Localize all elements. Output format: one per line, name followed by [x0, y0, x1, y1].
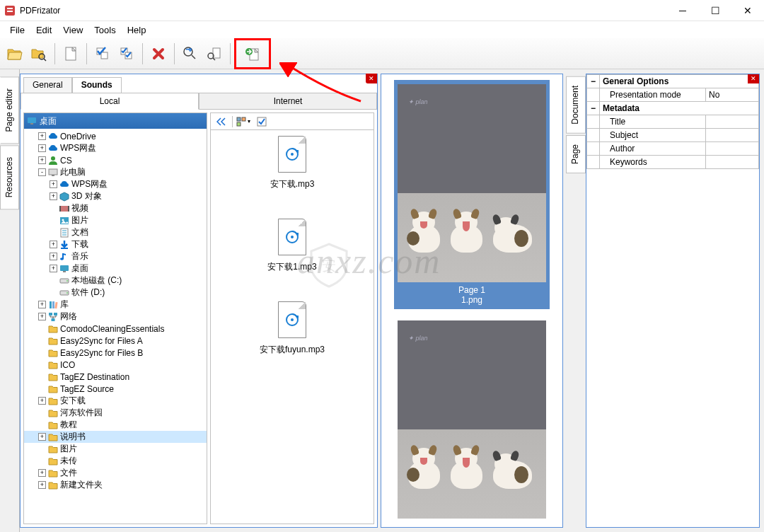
tree-item[interactable]: 未传: [24, 455, 207, 467]
tree-item[interactable]: +3D 对象: [24, 190, 207, 202]
tree-item[interactable]: ICO: [24, 359, 207, 371]
section-toggle[interactable]: −: [587, 102, 600, 115]
delete-button[interactable]: [146, 41, 170, 66]
prop-value[interactable]: [706, 142, 759, 156]
tree-item[interactable]: +文件: [24, 467, 207, 479]
tree-item[interactable]: +新建文件夹: [24, 479, 207, 491]
tree-item[interactable]: ComodoCleaningEssentials: [24, 323, 207, 335]
tree-item[interactable]: +音乐: [24, 250, 207, 262]
zoom-reset-button[interactable]: [178, 41, 202, 66]
tree-item[interactable]: TagEZ Source: [24, 383, 207, 395]
page-thumbnail[interactable]: ✦ plan Page 1 1.png: [394, 80, 550, 309]
tab-document[interactable]: Document: [566, 76, 586, 134]
tree-item[interactable]: +OneDrive: [24, 130, 207, 142]
tree-item[interactable]: Easy2Sync for Files B: [24, 347, 207, 359]
panel-close-button[interactable]: ✕: [366, 74, 377, 83]
maximize-button[interactable]: ☐: [699, 0, 731, 21]
menu-tools[interactable]: Tools: [88, 23, 121, 37]
folder-tree[interactable]: +OneDrive+WPS网盘+CS-此电脑+WPS网盘+3D 对象视频图片文档…: [24, 129, 207, 524]
tab-page[interactable]: Page: [566, 135, 586, 173]
tree-item[interactable]: +说明书: [24, 431, 207, 443]
tree-expand-toggle[interactable]: +: [38, 156, 46, 164]
tree-item[interactable]: +WPS网盘: [24, 142, 207, 154]
tree-expand-toggle[interactable]: +: [50, 180, 57, 188]
tab-sounds[interactable]: Sounds: [72, 77, 122, 93]
tree-item[interactable]: 图片: [24, 214, 207, 226]
tree-item[interactable]: TagEZ Destination: [24, 371, 207, 383]
tree-expand-toggle[interactable]: +: [38, 301, 46, 308]
file-item[interactable]: 安下载.mp3: [270, 136, 315, 190]
new-page-button[interactable]: [59, 41, 83, 66]
tree-expand-toggle[interactable]: +: [38, 144, 46, 152]
tree-item[interactable]: 图片: [24, 443, 207, 455]
prop-value[interactable]: [706, 115, 759, 129]
highlighted-toolbar-group: [234, 38, 271, 69]
tree-item[interactable]: Easy2Sync for Files A: [24, 335, 207, 347]
prop-value[interactable]: No: [706, 88, 759, 102]
export-button[interactable]: [241, 41, 265, 66]
tree-header: 桌面: [24, 113, 207, 129]
view-mode-button[interactable]: ▾: [236, 115, 251, 129]
collapse-button[interactable]: [214, 115, 229, 129]
file-item[interactable]: 安下载fuyun.mp3: [260, 301, 325, 356]
page-thumbnail[interactable]: ✦ plan: [394, 320, 550, 519]
tree-expand-toggle: [38, 385, 46, 393]
tree-item[interactable]: +安下载: [24, 395, 207, 407]
section-toggle[interactable]: −: [587, 75, 600, 88]
tree-item-label: 未传: [60, 455, 77, 467]
tree-expand-toggle[interactable]: +: [38, 397, 46, 405]
tree-item[interactable]: 文档: [24, 226, 207, 238]
tree-expand-toggle[interactable]: +: [38, 132, 46, 140]
subtab-local[interactable]: Local: [21, 93, 199, 110]
tree-expand-toggle[interactable]: +: [38, 433, 46, 441]
tree-item[interactable]: +下载: [24, 238, 207, 250]
tree-expand-toggle[interactable]: +: [38, 481, 46, 489]
tree-item[interactable]: +网络: [24, 311, 207, 323]
tree-item[interactable]: 软件 (D:): [24, 287, 207, 299]
file-list[interactable]: 安下载.mp3安下载1.mp3安下载fuyun.mp3: [211, 130, 374, 524]
tab-resources[interactable]: Resources: [0, 145, 19, 209]
tree-expand-toggle[interactable]: +: [38, 313, 46, 320]
tree-item[interactable]: 视频: [24, 202, 207, 214]
tab-page-editor[interactable]: Page editor: [0, 76, 19, 144]
tree-expand-toggle[interactable]: +: [38, 469, 46, 477]
prop-value[interactable]: [706, 156, 759, 169]
check-button[interactable]: [91, 41, 115, 66]
tree-item[interactable]: 河东软件园: [24, 407, 207, 419]
tree-expand-toggle[interactable]: -: [38, 168, 46, 176]
tree-item[interactable]: +桌面: [24, 262, 207, 274]
svg-point-36: [66, 280, 68, 282]
svg-rect-44: [52, 318, 55, 321]
open-folder-button[interactable]: [3, 41, 27, 66]
tree-item[interactable]: 本地磁盘 (C:): [24, 274, 207, 287]
search-folder-button[interactable]: [27, 41, 51, 66]
prop-value[interactable]: [706, 129, 759, 142]
tree-expand-toggle[interactable]: +: [50, 192, 57, 200]
tree-expand-toggle[interactable]: +: [50, 241, 57, 248]
folder-icon: [47, 468, 59, 479]
minimize-button[interactable]: ─: [666, 0, 699, 21]
tree-item[interactable]: -此电脑: [24, 166, 207, 178]
tree-item[interactable]: 教程: [24, 419, 207, 431]
menu-help[interactable]: Help: [122, 23, 152, 37]
tree-item-label: Easy2Sync for Files A: [60, 336, 143, 346]
check-all-button[interactable]: [115, 41, 139, 66]
close-button[interactable]: ✕: [731, 0, 764, 21]
tree-item[interactable]: +WPS网盘: [24, 178, 207, 190]
menu-view[interactable]: View: [57, 23, 88, 37]
tree-item[interactable]: +CS: [24, 154, 207, 166]
menu-file[interactable]: File: [4, 23, 30, 37]
page-thumbnails-panel[interactable]: ✦ plan Page 1 1.png✦ plan: [381, 74, 563, 528]
folder-icon: [47, 359, 59, 371]
zoom-page-button[interactable]: [202, 41, 226, 66]
menu-edit[interactable]: Edit: [30, 23, 57, 37]
tree-item-label: 本地磁盘 (C:): [71, 274, 122, 287]
panel-close-button[interactable]: ✕: [748, 74, 759, 83]
view-check-button[interactable]: [254, 115, 270, 129]
file-item[interactable]: 安下载1.mp3: [267, 219, 316, 273]
tree-expand-toggle[interactable]: +: [50, 265, 57, 272]
svg-point-50: [291, 153, 294, 156]
tree-item[interactable]: +库: [24, 299, 207, 311]
tree-expand-toggle[interactable]: +: [50, 253, 57, 260]
tab-general[interactable]: General: [23, 77, 72, 93]
